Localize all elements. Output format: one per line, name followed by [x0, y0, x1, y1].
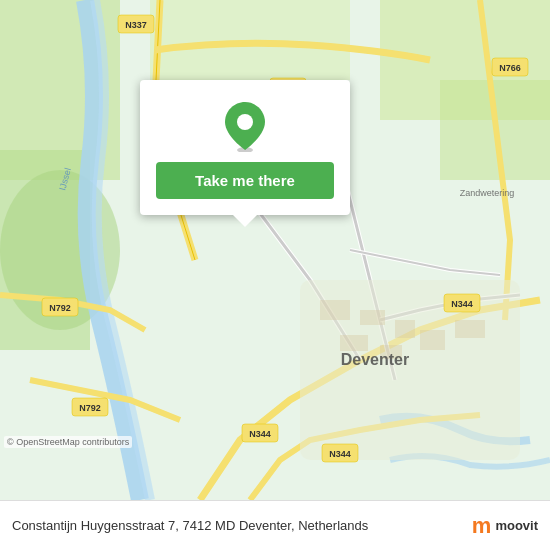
svg-rect-14 — [455, 320, 485, 338]
osm-credit: © OpenStreetMap contributors — [4, 436, 132, 448]
svg-point-35 — [237, 114, 253, 130]
svg-text:N344: N344 — [249, 429, 271, 439]
address-text: Constantijn Huygensstraat 7, 7412 MD Dev… — [12, 518, 472, 533]
svg-rect-13 — [420, 330, 445, 350]
svg-text:Zandwetering: Zandwetering — [460, 188, 515, 198]
svg-text:N337: N337 — [125, 20, 147, 30]
location-pin-icon — [223, 100, 267, 152]
location-popup: Take me there — [140, 80, 350, 215]
svg-rect-8 — [320, 300, 350, 320]
svg-text:N766: N766 — [499, 63, 521, 73]
svg-text:Deventer: Deventer — [341, 351, 409, 368]
svg-text:N344: N344 — [451, 299, 473, 309]
take-me-there-button[interactable]: Take me there — [156, 162, 334, 199]
moovit-logo: m moovit — [472, 513, 538, 539]
svg-text:N344: N344 — [329, 449, 351, 459]
svg-rect-10 — [395, 320, 415, 338]
svg-text:N792: N792 — [49, 303, 71, 313]
footer: Constantijn Huygensstraat 7, 7412 MD Dev… — [0, 500, 550, 550]
svg-rect-9 — [360, 310, 385, 325]
map-container: N337 N337 N766 N792 N792 N344 N344 N344 … — [0, 0, 550, 500]
svg-rect-11 — [340, 335, 368, 351]
moovit-brand-name: moovit — [495, 518, 538, 533]
moovit-m-letter: m — [472, 513, 492, 539]
svg-text:N792: N792 — [79, 403, 101, 413]
